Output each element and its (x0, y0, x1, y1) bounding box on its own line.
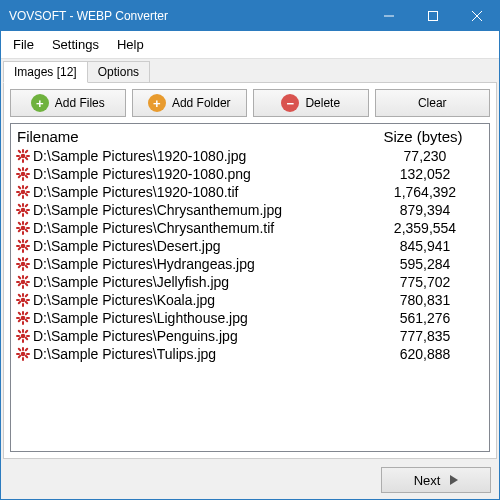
window-title: VOVSOFT - WEBP Converter (9, 9, 367, 23)
add-files-button[interactable]: + Add Files (10, 89, 126, 117)
delete-button[interactable]: − Delete (253, 89, 369, 117)
clear-label: Clear (418, 96, 447, 110)
list-item[interactable]: D:\Sample Pictures\Desert.jpg845,941 (11, 237, 489, 255)
svg-rect-15 (22, 177, 24, 181)
image-file-icon (15, 346, 31, 362)
close-button[interactable] (455, 1, 499, 31)
filename-cell: D:\Sample Pictures\Tulips.jpg (33, 346, 365, 362)
next-label: Next (414, 473, 441, 488)
filename-cell: D:\Sample Pictures\Chrysanthemum.jpg (33, 202, 365, 218)
filename-cell: D:\Sample Pictures\1920-1080.tif (33, 184, 365, 200)
size-cell: 777,835 (365, 328, 485, 344)
menu-file[interactable]: File (5, 35, 42, 54)
svg-rect-71 (26, 281, 30, 283)
list-item[interactable]: D:\Sample Pictures\1920-1080.png132,052 (11, 165, 489, 183)
menu-help[interactable]: Help (109, 35, 152, 54)
image-file-icon (15, 184, 31, 200)
titlebar: VOVSOFT - WEBP Converter (1, 1, 499, 31)
svg-rect-89 (26, 317, 30, 319)
image-file-icon (15, 292, 31, 308)
svg-rect-44 (26, 227, 30, 229)
svg-point-22 (21, 190, 26, 195)
minimize-button[interactable] (367, 1, 411, 31)
list-item[interactable]: D:\Sample Pictures\Chrysanthemum.tif2,35… (11, 219, 489, 237)
filename-cell: D:\Sample Pictures\1920-1080.png (33, 166, 365, 182)
menu-settings[interactable]: Settings (44, 35, 107, 54)
svg-rect-87 (22, 321, 24, 325)
svg-rect-80 (26, 299, 30, 301)
minus-icon: − (281, 94, 299, 112)
file-list: Filename Size (bytes) D:\Sample Pictures… (10, 123, 490, 452)
size-cell: 775,702 (365, 274, 485, 290)
add-files-label: Add Files (55, 96, 105, 110)
svg-rect-70 (16, 281, 20, 283)
size-cell: 2,359,554 (365, 220, 485, 236)
size-cell: 620,888 (365, 346, 485, 362)
svg-rect-86 (22, 311, 24, 315)
svg-rect-65 (24, 257, 28, 261)
list-header: Filename Size (bytes) (11, 124, 489, 147)
folder-plus-icon: + (148, 94, 166, 112)
svg-rect-106 (16, 353, 20, 355)
svg-rect-36 (17, 203, 21, 207)
svg-rect-79 (16, 299, 20, 301)
next-button[interactable]: Next (381, 467, 491, 493)
image-file-icon (15, 166, 31, 182)
svg-rect-11 (24, 149, 28, 153)
svg-rect-81 (17, 293, 21, 297)
menubar: File Settings Help (1, 31, 499, 59)
svg-rect-9 (17, 149, 21, 153)
image-file-icon (15, 202, 31, 218)
svg-rect-95 (22, 329, 24, 333)
svg-rect-47 (24, 221, 28, 225)
svg-rect-69 (22, 285, 24, 289)
list-item[interactable]: D:\Sample Pictures\1920-1080.tif1,764,39… (11, 183, 489, 201)
list-item[interactable]: D:\Sample Pictures\Tulips.jpg620,888 (11, 345, 489, 363)
svg-rect-88 (16, 317, 20, 319)
svg-rect-32 (22, 203, 24, 207)
tab-images[interactable]: Images [12] (3, 61, 88, 83)
list-item[interactable]: D:\Sample Pictures\Penguins.jpg777,835 (11, 327, 489, 345)
list-item[interactable]: D:\Sample Pictures\Koala.jpg780,831 (11, 291, 489, 309)
svg-rect-42 (22, 231, 24, 235)
svg-rect-51 (22, 249, 24, 253)
clear-button[interactable]: Clear (375, 89, 491, 117)
svg-rect-90 (17, 311, 21, 315)
image-file-icon (15, 220, 31, 236)
svg-rect-6 (22, 159, 24, 163)
svg-rect-14 (22, 167, 24, 171)
svg-point-67 (21, 280, 26, 285)
svg-point-76 (21, 298, 26, 303)
svg-rect-77 (22, 293, 24, 297)
filename-cell: D:\Sample Pictures\Koala.jpg (33, 292, 365, 308)
filename-cell: D:\Sample Pictures\Jellyfish.jpg (33, 274, 365, 290)
plus-icon: + (31, 94, 49, 112)
svg-rect-110 (24, 347, 28, 351)
filename-cell: D:\Sample Pictures\Lighthouse.jpg (33, 310, 365, 326)
list-item[interactable]: D:\Sample Pictures\1920-1080.jpg77,230 (11, 147, 489, 165)
svg-rect-41 (22, 221, 24, 225)
list-rows: D:\Sample Pictures\1920-1080.jpg77,230D:… (11, 147, 489, 451)
maximize-button[interactable] (411, 1, 455, 31)
svg-rect-43 (16, 227, 20, 229)
list-item[interactable]: D:\Sample Pictures\Jellyfish.jpg775,702 (11, 273, 489, 291)
image-file-icon (15, 148, 31, 164)
svg-rect-24 (22, 195, 24, 199)
svg-point-58 (21, 262, 26, 267)
list-item[interactable]: D:\Sample Pictures\Hydrangeas.jpg595,284 (11, 255, 489, 273)
delete-label: Delete (305, 96, 340, 110)
svg-rect-50 (22, 239, 24, 243)
svg-rect-5 (22, 149, 24, 153)
list-item[interactable]: D:\Sample Pictures\Lighthouse.jpg561,276 (11, 309, 489, 327)
list-item[interactable]: D:\Sample Pictures\Chrysanthemum.jpg879,… (11, 201, 489, 219)
arrow-right-icon (450, 475, 458, 485)
tab-options[interactable]: Options (87, 61, 150, 83)
size-cell: 879,394 (365, 202, 485, 218)
svg-rect-35 (26, 209, 30, 211)
header-size: Size (bytes) (363, 128, 483, 145)
svg-rect-25 (16, 191, 20, 193)
add-folder-button[interactable]: + Add Folder (132, 89, 248, 117)
svg-point-13 (21, 172, 26, 177)
tabbar: Images [12] Options (1, 59, 499, 83)
close-icon (472, 11, 482, 21)
